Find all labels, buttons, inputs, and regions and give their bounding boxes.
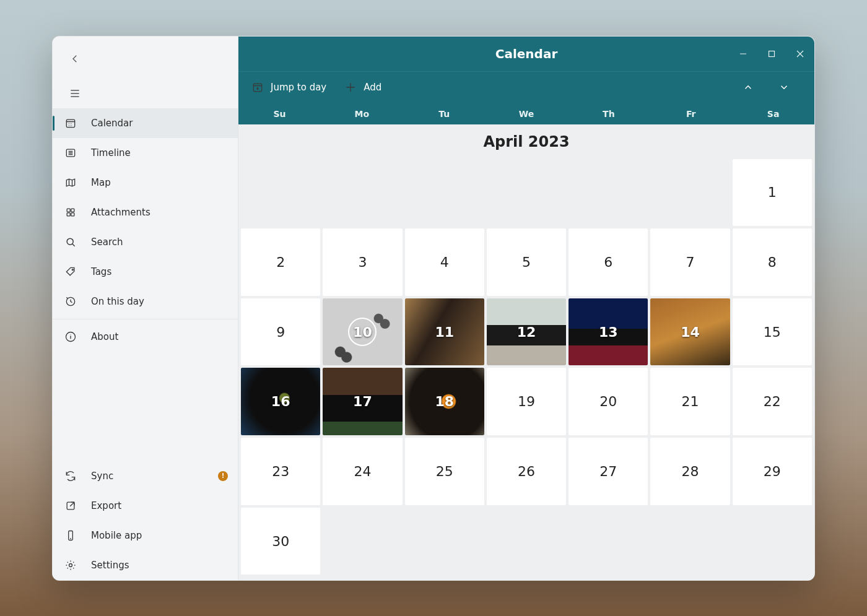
sidebar-item-label: Calendar xyxy=(91,118,133,129)
calendar-day-13[interactable]: 13 xyxy=(569,298,648,366)
sidebar-item-map[interactable]: Map xyxy=(53,168,238,197)
next-month-button[interactable] xyxy=(778,82,790,93)
calendar-day-1[interactable]: 1 xyxy=(733,159,812,227)
day-number: 23 xyxy=(272,464,289,479)
day-number: 29 xyxy=(764,464,781,479)
calendar-day-26[interactable]: 26 xyxy=(487,438,566,505)
day-number: 17 xyxy=(353,394,372,409)
calendar-day-7[interactable]: 7 xyxy=(650,228,730,296)
sidebar-item-on-this-day[interactable]: On this day xyxy=(53,287,238,316)
sidebar-item-sync[interactable]: Sync! xyxy=(53,461,238,491)
sidebar-item-label: Sync xyxy=(91,471,113,482)
calendar-day-30[interactable]: 30 xyxy=(241,508,320,575)
maximize-button[interactable] xyxy=(757,37,786,71)
calendar-day-3[interactable]: 3 xyxy=(323,228,402,296)
calendar-day-21[interactable]: 21 xyxy=(650,368,730,435)
calendar-day-12[interactable]: 12 xyxy=(487,298,566,366)
close-button[interactable] xyxy=(786,37,814,71)
sidebar-item-about[interactable]: About xyxy=(53,322,238,352)
sidebar-item-label: Attachments xyxy=(91,207,150,218)
sidebar-item-export[interactable]: Export xyxy=(53,491,238,521)
day-number: 12 xyxy=(517,324,536,340)
search-icon xyxy=(64,235,77,249)
sidebar-item-settings[interactable]: Settings xyxy=(53,550,238,580)
calendar-day-22[interactable]: 22 xyxy=(733,368,812,435)
titlebar: Calendar xyxy=(238,37,814,71)
day-number: 11 xyxy=(435,324,454,340)
sidebar-item-label: About xyxy=(91,331,118,342)
day-number: 22 xyxy=(764,394,781,409)
day-number: 13 xyxy=(599,324,618,340)
calendar-day-20[interactable]: 20 xyxy=(569,368,648,435)
onthisday-icon xyxy=(64,295,77,308)
day-number: 21 xyxy=(682,394,699,409)
calendar-cell-empty xyxy=(241,159,320,227)
minimize-button[interactable] xyxy=(729,37,757,71)
calendar-cell-empty xyxy=(569,508,648,575)
calendar-day-2[interactable]: 2 xyxy=(241,228,320,296)
toolbar-label: Add xyxy=(364,82,381,93)
svg-rect-3 xyxy=(71,209,74,212)
sidebar-item-label: Timeline xyxy=(91,147,131,158)
day-number: 27 xyxy=(599,464,617,479)
svg-rect-5 xyxy=(71,212,74,215)
calendar-day-11[interactable]: 11 xyxy=(405,298,484,366)
sidebar-item-attachments[interactable]: Attachments xyxy=(53,197,238,227)
calendar-day-8[interactable]: 8 xyxy=(733,228,812,296)
day-number: 2 xyxy=(276,254,285,270)
svg-point-6 xyxy=(67,238,73,245)
calendar-day-9[interactable]: 9 xyxy=(241,298,320,366)
calendar-day-18[interactable]: 18 xyxy=(405,368,484,435)
add-button[interactable]: Add xyxy=(344,80,381,94)
prev-month-button[interactable] xyxy=(743,82,754,93)
calendar-icon xyxy=(64,116,77,130)
back-button[interactable] xyxy=(64,48,86,70)
calendar-cell-empty xyxy=(569,159,648,227)
day-number: 1 xyxy=(768,184,777,200)
sidebar-item-label: Tags xyxy=(91,266,111,277)
sidebar-item-timeline[interactable]: Timeline xyxy=(53,138,238,168)
calendar-day-23[interactable]: 23 xyxy=(241,438,320,505)
calendar-cell-empty xyxy=(733,508,812,575)
month-label: April 2023 xyxy=(238,124,814,159)
calendar-day-5[interactable]: 5 xyxy=(487,228,566,296)
hamburger-button[interactable] xyxy=(64,82,86,105)
calendar-day-16[interactable]: 16 xyxy=(241,368,320,435)
calendar-day-27[interactable]: 27 xyxy=(569,438,648,505)
calendar-day-10[interactable]: 10 xyxy=(323,298,402,366)
calendar-day-17[interactable]: 17 xyxy=(323,368,402,435)
day-number: 19 xyxy=(518,394,535,409)
weekday-label: Su xyxy=(238,103,321,124)
jump-to-day-button[interactable]: Jump to day xyxy=(251,80,326,94)
calendar-day-29[interactable]: 29 xyxy=(733,438,812,505)
svg-rect-2 xyxy=(67,209,70,212)
sidebar-item-label: Export xyxy=(91,500,121,511)
calendar-day-24[interactable]: 24 xyxy=(323,438,402,505)
sidebar-item-mobile-app[interactable]: Mobile app xyxy=(53,521,238,550)
sidebar-item-label: Settings xyxy=(91,560,129,571)
sidebar-item-tags[interactable]: Tags xyxy=(53,257,238,287)
calendar-day-14[interactable]: 14 xyxy=(650,298,730,366)
day-number: 3 xyxy=(358,254,367,270)
window-title: Calendar xyxy=(495,46,558,61)
weekday-label: Sa xyxy=(732,103,814,124)
sidebar-item-label: Mobile app xyxy=(91,530,142,541)
calendar-day-28[interactable]: 28 xyxy=(650,438,730,505)
calendar-day-19[interactable]: 19 xyxy=(487,368,566,435)
sync-icon xyxy=(64,469,77,483)
jump-to-day-icon xyxy=(251,80,264,94)
calendar-day-15[interactable]: 15 xyxy=(733,298,812,366)
sidebar-item-search[interactable]: Search xyxy=(53,227,238,257)
sidebar-item-calendar[interactable]: Calendar xyxy=(53,108,238,138)
calendar-day-6[interactable]: 6 xyxy=(569,228,648,296)
calendar-cell-empty xyxy=(650,508,730,575)
export-icon xyxy=(64,499,77,513)
app-window: CalendarTimelineMapAttachmentsSearchTags… xyxy=(52,36,815,581)
toolbar-label: Jump to day xyxy=(271,82,326,93)
weekday-label: Tu xyxy=(403,103,486,124)
calendar-cell-empty xyxy=(323,159,402,227)
day-number: 30 xyxy=(272,534,289,549)
calendar-cell-empty xyxy=(487,159,566,227)
calendar-day-25[interactable]: 25 xyxy=(405,438,484,505)
calendar-day-4[interactable]: 4 xyxy=(405,228,484,296)
